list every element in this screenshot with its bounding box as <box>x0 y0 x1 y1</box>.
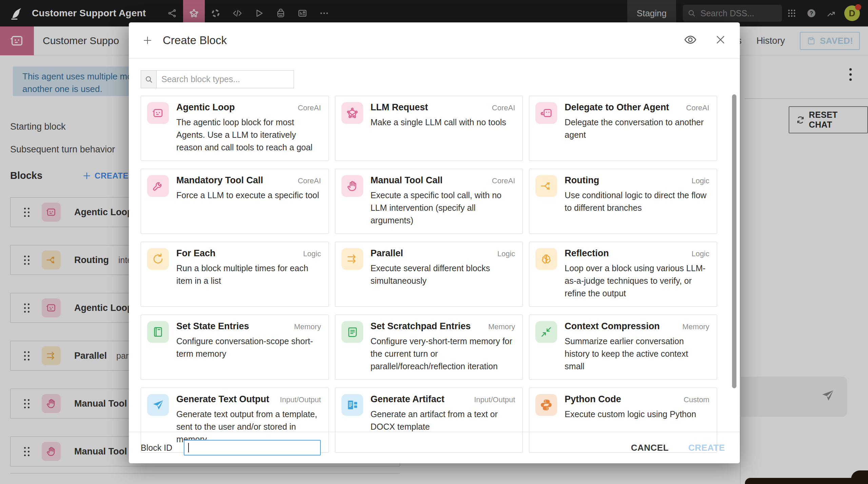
block-type-card[interactable]: Context Compression Memory Summarize ear… <box>529 315 717 380</box>
network-icon <box>341 102 363 124</box>
block-type-card-body: Parallel Logic Execute several different… <box>371 248 515 300</box>
modal-scrollbar[interactable] <box>732 94 736 388</box>
block-type-title: Mandatory Tool Call <box>176 175 294 186</box>
block-type-card[interactable]: Agentic Loop CoreAI The agentic loop blo… <box>141 96 329 161</box>
block-type-title: Context Compression <box>565 321 678 332</box>
block-type-title: Generate Text Output <box>176 394 276 405</box>
block-type-description: Use conditional logic to direct the flow… <box>565 189 709 214</box>
block-type-category: CoreAI <box>298 104 321 112</box>
screen: Customer Support Agent <box>0 0 868 484</box>
block-type-title: Agentic Loop <box>176 102 294 113</box>
parallel-icon <box>341 248 363 270</box>
block-type-category: Logic <box>497 249 515 258</box>
block-type-grid: Agentic Loop CoreAI The agentic loop blo… <box>141 96 717 453</box>
block-type-card-body: LLM Request CoreAI Make a single LLM cal… <box>371 102 515 154</box>
block-type-description: Summarize earlier conversation history t… <box>565 335 709 373</box>
block-type-description: The agentic loop block for most Agents. … <box>176 116 321 154</box>
block-type-card-body: Delegate to Other Agent CoreAI Delegate … <box>565 102 709 154</box>
block-type-title: Reflection <box>565 248 687 259</box>
block-type-title: Manual Tool Call <box>371 175 488 186</box>
block-type-description: Run a block multiple times for each item… <box>176 262 321 287</box>
block-type-title: Generate Artifact <box>371 394 470 405</box>
block-type-description: Generate an artifact from a text or DOCX… <box>371 408 515 433</box>
create-button[interactable]: CREATE <box>688 443 725 453</box>
routing-icon <box>535 175 557 197</box>
block-type-category: Logic <box>303 249 321 258</box>
block-id-field-wrap <box>184 440 321 455</box>
block-type-description: Make a single LLM call with no tools <box>371 116 515 129</box>
cancel-button[interactable]: CANCEL <box>631 443 669 453</box>
wrench-icon <box>147 175 169 197</box>
modal-footer: Block ID CANCEL CREATE <box>129 432 740 463</box>
block-type-title: Set State Entries <box>176 321 290 332</box>
block-type-description: Delegate the conversation to another age… <box>565 116 709 141</box>
block-type-card[interactable]: Mandatory Tool Call CoreAI Force a LLM t… <box>141 169 329 234</box>
block-type-category: CoreAI <box>492 104 515 112</box>
block-type-card-body: Set State Entries Memory Configure conve… <box>176 321 321 373</box>
block-type-title: Delegate to Other Agent <box>565 102 682 113</box>
block-type-description: Loop over a block using various LLM-as-a… <box>565 262 709 300</box>
artifact-icon <box>341 394 363 416</box>
block-type-card[interactable]: Delegate to Other Agent CoreAI Delegate … <box>529 96 717 161</box>
brain-icon <box>535 248 557 270</box>
block-type-card[interactable]: LLM Request CoreAI Make a single LLM cal… <box>335 96 523 161</box>
block-type-card[interactable]: Set State Entries Memory Configure conve… <box>141 315 329 380</box>
modal-title: Create Block <box>163 34 227 47</box>
send-icon <box>147 394 169 416</box>
block-type-card[interactable]: Routing Logic Use conditional logic to d… <box>529 169 717 234</box>
block-type-category: Memory <box>294 322 321 331</box>
block-type-category: Custom <box>684 395 709 404</box>
block-type-description: Configure conversation-scope short-term … <box>176 335 321 360</box>
plus-icon <box>142 35 153 45</box>
block-type-description: Execute custom logic using Python <box>565 408 709 421</box>
block-type-category: Logic <box>691 249 709 258</box>
eye-icon[interactable] <box>684 33 697 48</box>
block-type-card-body: Context Compression Memory Summarize ear… <box>565 321 709 373</box>
delegate-icon <box>535 102 557 124</box>
text-caret <box>188 443 189 452</box>
block-type-title: For Each <box>176 248 299 259</box>
block-type-description: Force a LLM to execute a specific tool <box>176 189 321 202</box>
block-type-description: Configure very-short-term memory for the… <box>371 335 515 373</box>
block-type-card-body: Agentic Loop CoreAI The agentic loop blo… <box>176 102 321 154</box>
block-type-card-body: Routing Logic Use conditional logic to d… <box>565 175 709 227</box>
block-type-card[interactable]: For Each Logic Run a block multiple time… <box>141 242 329 307</box>
block-type-search <box>141 70 294 88</box>
block-type-category: Memory <box>488 322 515 331</box>
block-type-title: Parallel <box>371 248 493 259</box>
compress-icon <box>535 321 557 343</box>
block-type-card-body: For Each Logic Run a block multiple time… <box>176 248 321 300</box>
hand-icon <box>341 175 363 197</box>
book-icon <box>147 321 169 343</box>
block-type-category: CoreAI <box>298 176 321 185</box>
block-type-card[interactable]: Set Scratchpad Entries Memory Configure … <box>335 315 523 380</box>
block-type-category: Input/Output <box>474 395 515 404</box>
block-type-card[interactable]: Manual Tool Call CoreAI Execute a specif… <box>335 169 523 234</box>
notepad-icon <box>341 321 363 343</box>
python-icon <box>535 394 557 416</box>
close-icon[interactable] <box>715 34 726 47</box>
block-type-category: Memory <box>683 322 709 331</box>
block-type-description: Execute a specific tool call, with no LL… <box>371 189 515 227</box>
block-type-category: Input/Output <box>280 395 321 404</box>
loop-icon <box>147 248 169 270</box>
block-type-card[interactable]: Reflection Logic Loop over a block using… <box>529 242 717 307</box>
robot-icon <box>147 102 169 124</box>
block-type-title: Python Code <box>565 394 679 405</box>
block-type-title: LLM Request <box>371 102 488 113</box>
block-type-card-body: Set Scratchpad Entries Memory Configure … <box>371 321 515 373</box>
block-type-title: Routing <box>565 175 687 186</box>
block-type-card-body: Reflection Logic Loop over a block using… <box>565 248 709 300</box>
search-icon <box>141 71 157 88</box>
block-type-category: Logic <box>691 176 709 185</box>
block-id-label: Block ID <box>141 443 172 453</box>
block-type-card-body: Mandatory Tool Call CoreAI Force a LLM t… <box>176 175 321 227</box>
block-type-category: CoreAI <box>686 104 709 112</box>
create-block-modal: Create Block <box>129 22 740 463</box>
block-id-input[interactable] <box>184 440 321 455</box>
block-type-card-body: Manual Tool Call CoreAI Execute a specif… <box>371 175 515 227</box>
block-type-card[interactable]: Parallel Logic Execute several different… <box>335 242 523 307</box>
block-type-description: Execute several different blocks simulta… <box>371 262 515 287</box>
block-type-search-input[interactable] <box>157 71 294 88</box>
modal-body: Agentic Loop CoreAI The agentic loop blo… <box>129 59 740 453</box>
